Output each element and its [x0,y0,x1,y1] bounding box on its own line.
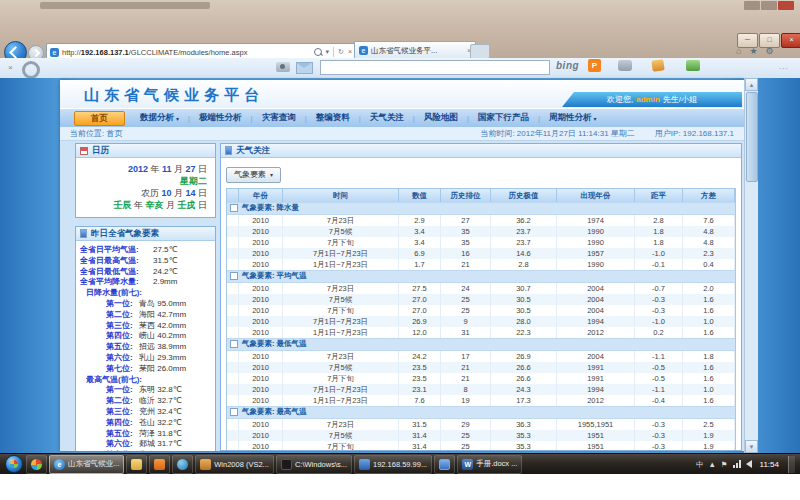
camera-icon[interactable] [276,62,290,72]
table-row[interactable]: 20101月1日~7月23日12.03122.320120.21.6 [227,327,735,338]
toolbar-close-icon[interactable]: × [8,63,13,72]
calendar-token: 10 [161,188,171,198]
table-row[interactable]: 20107月下旬23.52126.61991-0.51.6 [227,373,735,384]
group-checkbox[interactable] [230,204,238,212]
stop-icon[interactable]: × [348,48,352,56]
menu-item-整编资料[interactable]: 整编资料 [307,112,359,124]
taskbar-button-app-orange[interactable] [149,455,170,474]
menu-item-极端性分析[interactable]: 极端性分析 [190,112,251,124]
mail-icon[interactable] [296,62,313,74]
close-button[interactable]: × [781,33,800,48]
taskbar-button-folder[interactable] [126,455,147,474]
toolbar-share-icon[interactable] [686,60,700,71]
calendar-token: 月 [171,164,185,174]
table-row[interactable]: 20107月23日31.52936.31955,1951-0.32.5 [227,419,735,430]
taskbar-button-word[interactable]: W手册.docx ... [457,455,522,474]
menu-item-国家下行产品[interactable]: 国家下行产品 [469,112,538,124]
language-indicator[interactable]: 中 [696,460,704,469]
table-row[interactable]: 20107月下旬31.42535.31951-0.31.9 [227,441,735,452]
taskbar-clock[interactable]: 11:54 [760,460,779,469]
browser-tab[interactable]: e 山东省气候业务平... × [354,41,476,59]
toolbar-logo-icon[interactable] [22,61,40,79]
toolbar-capture-icon[interactable] [618,60,632,71]
menu-item-风险地图[interactable]: 风险地图 [415,112,467,124]
table-cell: 25 [441,441,491,452]
new-tab-button[interactable] [470,44,490,59]
menu-item-label: 极端性分析 [199,112,242,124]
search-icon[interactable] [314,48,322,56]
main-menu: 首页数据分析▾|极端性分析|灾害查询|整编资料|天气关注|风险地图|国家下行产品… [60,108,744,127]
calendar-token: 日 [195,200,207,210]
menu-item-首页[interactable]: 首页 [74,111,125,126]
table-cell: 16 [441,248,491,259]
table-row[interactable]: 20107月5候27.02530.52004-0.31.6 [227,294,735,305]
taskbar-button-vm[interactable]: Win2008 (VS2... [195,455,274,474]
taskbar-button-wmp[interactable] [172,455,193,474]
menu-item-数据分析[interactable]: 数据分析▾ [131,112,188,124]
scrollbar-thumb[interactable] [746,92,758,182]
group-checkbox[interactable] [230,408,238,416]
table-cell: 2010 [239,259,283,270]
menu-item-周期性分析[interactable]: 周期性分析▾ [540,112,606,124]
table-cell [227,215,239,226]
toolbar-more-icon[interactable]: ... [779,62,789,71]
group-checkbox[interactable] [230,340,238,348]
menu-item-label: 国家下行产品 [478,112,529,124]
vertical-scrollbar[interactable]: ▲ ▼ [744,78,758,453]
menu-item-天气关注[interactable]: 天气关注 [361,112,413,124]
bg-minimize-button [744,1,760,10]
table-row[interactable]: 20107月下旬3.43523.719901.84.8 [227,237,735,248]
scroll-up-button[interactable]: ▲ [745,78,758,91]
rank-label: 第一位: [106,385,136,396]
taskbar-button-cmd[interactable]: C:\Windows\s... [276,455,352,474]
element-dropdown-button[interactable]: 气象要素 ▾ [226,167,281,183]
taskbar-button-ie[interactable]: e山东省气候业... [49,455,124,474]
show-desktop-button[interactable] [788,456,795,473]
menu-item-灾害查询[interactable]: 灾害查询 [253,112,305,124]
table-row[interactable]: 20107月1日~7月23日6.91614.61957-1.02.3 [227,248,735,259]
table-cell: 2010 [239,430,283,441]
tray-flag-icon[interactable]: ⚑ [721,460,728,469]
start-button[interactable] [5,455,23,473]
tray-arrow-icon[interactable]: ▲ [708,460,715,469]
refresh-icon[interactable]: ↻ [338,48,344,56]
table-row[interactable]: 20107月23日2.92736.219742.87.6 [227,215,735,226]
settings-gear-icon[interactable]: ⚙ [766,46,774,56]
table-row[interactable]: 20107月23日24.21726.92004-1.11.8 [227,351,735,362]
toolbar-search-input[interactable] [320,60,550,75]
table-row[interactable]: 20107月5候3.43523.719901.84.8 [227,226,735,237]
table-cell [227,351,239,362]
home-icon[interactable]: ⌂ [736,46,741,56]
table-row[interactable]: 20107月1日~7月23日23.1824.31994-1.11.0 [227,384,735,395]
calendar-token: 星期二 [180,176,207,186]
table-cell: 7月1日~7月23日 [283,384,399,395]
calendar-token: 日 [195,188,207,198]
table-row[interactable]: 20101月1日~7月23日7.61917.32012-0.41.6 [227,395,735,406]
table-row[interactable]: 20107月1日~7月23日26.9928.01994-1.01.0 [227,316,735,327]
table-row[interactable]: 20101月1日~7月23日1.7212.81990-0.10.4 [227,259,735,270]
table-cell: -0.7 [635,283,683,294]
volume-icon[interactable] [746,460,752,468]
chevron-down-icon[interactable]: ▾ [326,48,330,56]
summary-stat: 全省日最低气温:24.2℃ [80,267,211,278]
favorites-star-icon[interactable]: ★ [749,46,757,56]
wmp-icon [177,459,188,470]
chevron-down-icon: ▾ [176,115,179,122]
table-row[interactable]: 20107月5候23.52126.61991-0.51.6 [227,362,735,373]
taskbar-button-rdp[interactable]: 192.168.59.99... [354,455,432,474]
table-row[interactable]: 20107月23日27.52430.72004-0.72.0 [227,283,735,294]
table-cell: 28.0 [491,316,557,327]
network-icon[interactable] [733,460,741,468]
rank-section-title: 日降水量(前七): [80,288,211,299]
table-cell: 36.3 [491,419,557,430]
scroll-down-button[interactable]: ▼ [745,440,758,453]
weather-focus-title: 天气关注 [236,145,270,157]
calendar-token: 壬辰 [113,200,131,210]
table-row[interactable]: 20107月5候31.42535.31951-0.31.9 [227,430,735,441]
group-checkbox[interactable] [230,272,238,280]
table-row[interactable]: 20107月下旬27.02530.52004-0.31.6 [227,305,735,316]
bing-search-button[interactable]: P [588,59,601,72]
toolbar-highlight-icon[interactable] [651,59,664,72]
taskbar-button-colors[interactable] [26,455,47,474]
taskbar-button-doc[interactable] [434,455,455,474]
